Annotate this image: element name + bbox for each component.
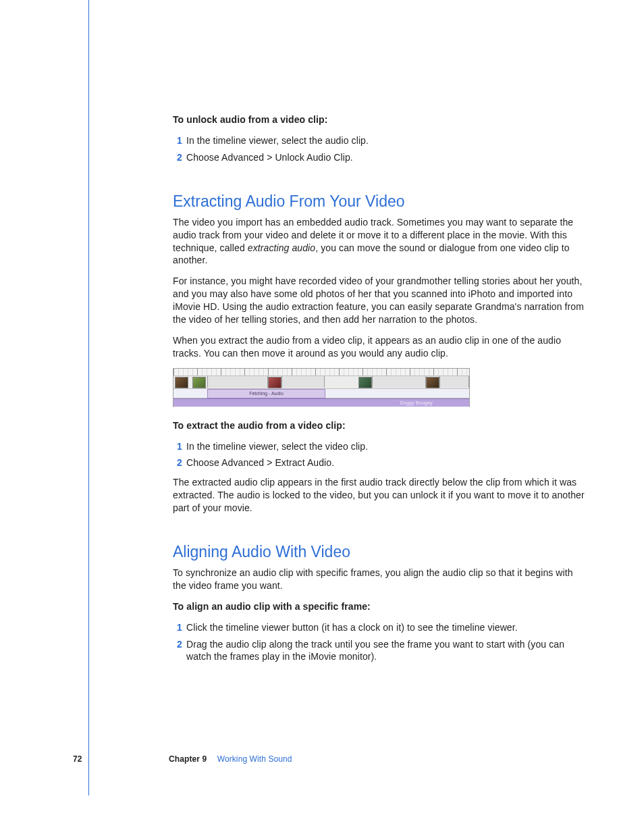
- video-clip: [207, 376, 268, 388]
- timeline-figure: Fetching - Audio Doggy Boogey: [173, 368, 470, 407]
- unlock-step-2: 2Choose Advanced > Unlock Audio Clip.: [186, 151, 585, 164]
- timeline-ruler: [173, 369, 469, 376]
- page-footer: 72 Chapter 9 Working With Sound: [73, 754, 292, 764]
- page: To unlock audio from a video clip: 1In t…: [0, 0, 644, 834]
- extract-steps-heading: To extract the audio from a video clip:: [173, 419, 585, 432]
- video-thumbnail: [358, 377, 372, 388]
- margin-rule: [88, 0, 89, 796]
- step-text: Click the timeline viewer button (it has…: [186, 622, 518, 633]
- unlock-heading: To unlock audio from a video clip:: [173, 113, 585, 126]
- step-number: 1: [173, 134, 182, 147]
- extract-p3: When you extract the audio from a video …: [173, 334, 585, 360]
- timeline-video-track: [173, 376, 469, 389]
- align-steps-heading: To align an audio clip with a specific f…: [173, 600, 585, 613]
- audio-clip-fetching: Fetching - Audio: [207, 389, 325, 398]
- extract-step-2: 2Choose Advanced > Extract Audio.: [186, 457, 585, 469]
- unlock-steps: 1In the timeline viewer, select the audi…: [186, 134, 585, 164]
- step-text: In the timeline viewer, select the video…: [186, 441, 368, 452]
- align-p1: To synchronize an audio clip with specif…: [173, 567, 585, 592]
- align-step-1: 1Click the timeline viewer button (it ha…: [186, 621, 585, 634]
- extract-step-1: 1In the timeline viewer, select the vide…: [186, 440, 585, 453]
- step-number: 1: [173, 440, 182, 453]
- video-thumbnail: [192, 377, 206, 388]
- step-text: Choose Advanced > Unlock Audio Clip.: [186, 152, 353, 163]
- step-number: 2: [173, 638, 182, 651]
- video-clip: [372, 376, 426, 388]
- video-thumbnail: [268, 377, 281, 388]
- chapter-label: Chapter 9: [169, 754, 207, 764]
- page-content: To unlock audio from a video clip: 1In t…: [173, 113, 585, 667]
- video-thumbnail: [175, 377, 188, 388]
- text-emphasis: extracting audio: [248, 242, 315, 253]
- extract-title: Extracting Audio From Your Video: [173, 191, 585, 212]
- align-title: Aligning Audio With Video: [173, 542, 585, 563]
- video-clip: [281, 376, 325, 388]
- extract-steps: 1In the timeline viewer, select the vide…: [186, 440, 585, 470]
- step-number: 1: [173, 621, 182, 634]
- step-text: Drag the audio clip along the track unti…: [186, 639, 564, 662]
- step-number: 2: [173, 457, 182, 469]
- page-number: 72: [73, 754, 82, 764]
- timeline-audio-track-2: Doggy Boogey: [173, 398, 469, 407]
- step-text: In the timeline viewer, select the audio…: [186, 135, 369, 146]
- chapter-title: Working With Sound: [217, 754, 292, 764]
- extract-note: The extracted audio clip appears in the …: [173, 476, 585, 515]
- audio-clip-doggy: Doggy Boogey: [173, 398, 469, 407]
- timeline-audio-track-1: Fetching - Audio: [173, 389, 469, 398]
- step-text: Choose Advanced > Extract Audio.: [186, 457, 334, 468]
- align-steps: 1Click the timeline viewer button (it ha…: [186, 621, 585, 664]
- align-step-2: 2Drag the audio clip along the track unt…: [186, 638, 585, 664]
- extract-p2: For instance, you might have recorded vi…: [173, 275, 585, 326]
- video-clip: [439, 376, 469, 388]
- step-number: 2: [173, 151, 182, 164]
- extract-p1: The video you import has an embedded aud…: [173, 216, 585, 267]
- unlock-step-1: 1In the timeline viewer, select the audi…: [186, 134, 585, 147]
- video-thumbnail: [426, 377, 439, 388]
